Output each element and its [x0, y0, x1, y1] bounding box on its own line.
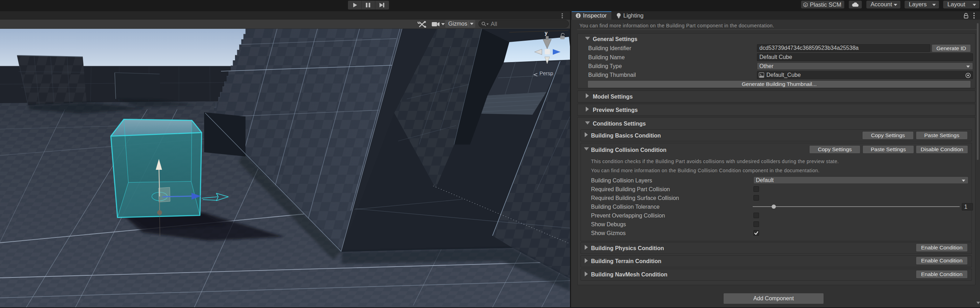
svg-text:Persp: Persp [539, 70, 553, 76]
svg-text:p: p [805, 3, 807, 7]
svg-text:y: y [545, 30, 547, 36]
